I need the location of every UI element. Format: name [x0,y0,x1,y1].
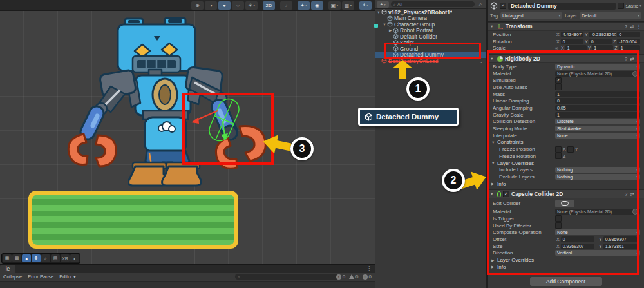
grid-tool-icon[interactable]: ▦ [3,254,12,262]
hierarchy-search-input[interactable]: ⌕ All [391,1,475,7]
static-toggle[interactable]: Static ▾ [618,3,641,9]
counter-value: 0 [355,274,358,280]
foldout-arrow-icon[interactable]: ▶ [388,28,393,32]
presets-icon[interactable]: ⇄ [630,24,634,30]
console-info-counter[interactable]: !0 [336,274,345,280]
component-title: Transform [506,23,623,30]
render-mode-icon[interactable]: ⊕ [191,1,204,10]
inspector-header: ✓ Detached Dummy Static ▾ Tag Untagged ▾… [488,0,644,22]
step-3-badge: 3 [290,137,314,160]
annotation-box-inspector [487,50,639,275]
static-checkbox[interactable] [618,3,624,9]
xr-tool-button[interactable]: XR [61,254,70,262]
tag-dropdown[interactable]: Untagged ▾ [500,12,562,19]
scene-lighting-icon-glyph: ☀ [248,3,252,8]
input-rotation-z[interactable]: -155.604 [617,39,640,44]
static-label: Static [625,3,638,9]
component-header-transform[interactable]: ▼Transform?⇄⋮ [488,22,644,31]
console-warning-counter[interactable]: 0 [349,274,358,280]
input-rotation-x[interactable]: 0 [561,39,583,44]
gameobject-name-field[interactable]: Detached Dummy [508,3,616,10]
property-label: Position [493,32,555,37]
foldout-arrow-icon[interactable]: ▼ [382,23,387,26]
error-icon: ! [363,274,368,280]
chevron-down-icon: ▾ [638,14,639,17]
console-counters: !00!0 [336,273,372,281]
globe-tool-icon[interactable]: ◐ [70,254,79,262]
hierarchy-toolbar: + ▾ ⌕ All ⌕ [375,0,486,9]
grid-settings-icon-glyph: ▦ [345,3,350,8]
grid-settings-icon[interactable]: ▦▾ [342,1,354,10]
scene-overlay-toolbar: ▦▩●✥⌕▤XR◐ [1,253,80,264]
zoom-tool-icon[interactable]: ⌕ [41,254,50,262]
create-object-button[interactable]: + ▾ [377,1,389,8]
input-rotation-y[interactable]: 0 [589,39,612,44]
kebab-menu-icon[interactable]: ⋮ [366,265,372,271]
active-checkbox[interactable]: ✓ [500,3,506,9]
scene-lighting-icon[interactable]: ☀▾ [245,1,258,10]
search-filter-icon[interactable]: ⌕ [477,1,484,8]
input-value: -0.2892824 [591,32,614,37]
chevron-down-icon: ▾ [639,4,641,8]
console-error-counter[interactable]: !0 [363,274,372,280]
2d-mode-button[interactable]: 2D [263,1,275,10]
input-value: 0 [591,39,594,44]
foldout-arrow-icon[interactable]: ▼ [376,10,381,14]
fx-toggle-icon[interactable]: ○ [232,1,244,10]
hierarchy-item-robot-portrait[interactable]: ▶Robot Portrait [375,28,486,34]
audio-mute-icon[interactable]: ♪ [280,1,292,10]
info-icon: ! [336,274,341,280]
kebab-menu-icon[interactable]: ⋮ [637,24,642,30]
hierarchy-item-dontdestroyonload[interactable]: DontDestroyOnLoad⋮ [375,58,486,64]
effects-icon-glyph: ✦ [300,3,305,8]
scene-view-toolbar: ⊕◑●○☀▾2D♪✦▾◉▣▾▦▾⌖▾ [0,0,375,11]
lighting-toggle-icon[interactable]: ◑ [205,1,217,10]
annotation-box-hierarchy [384,43,481,59]
orbit-tool-icon[interactable]: ● [22,254,31,262]
render-mode-icon-glyph: ⊕ [195,3,200,8]
console-tab[interactable]: le [0,265,15,273]
audio-mute-icon-glyph: ♪ [285,3,288,8]
pan-tool-icon[interactable]: ✥ [32,254,41,262]
help-icon[interactable]: ? [625,24,627,30]
hierarchy-item-main-camera[interactable]: Main Camera [375,15,486,22]
axis-group-y: Y0 [583,39,612,44]
effects-icon[interactable]: ✦▾ [298,1,310,10]
foldout-arrow-icon[interactable]: ▼ [490,24,495,28]
tag-value: Untagged [502,13,524,19]
console-button-editor[interactable]: Editor ▾ [59,274,75,280]
unity-scene-icon [381,9,387,15]
item-label: Default Collider [400,34,437,40]
console-button-error-pause[interactable]: Error Pause [28,274,53,280]
axis-group-x: X4.434807 [555,32,583,37]
property-field-area: X0Y0Z-155.604 [555,39,640,44]
console-button-collapse[interactable]: Collapse [3,274,22,280]
item-label: v162_Physics2DRobot1* [388,9,452,15]
layer-value: Default [582,13,597,19]
callout-label: Detached Dummy [376,113,439,120]
hierarchy-item-default-collider[interactable]: Default Collider [375,34,486,40]
chevron-down-icon: ▾ [336,3,338,7]
layer-dropdown[interactable]: Default ▾ [580,12,641,19]
input-position-z[interactable]: 0 [617,32,640,37]
property-row-position: PositionX4.434807Y-0.2892824Z0 [488,31,644,38]
axis-label: Z [613,39,616,44]
scene-visibility-toggle[interactable] [374,24,378,28]
hierarchy-item-v162-physics2drobot1[interactable]: ▼v162_Physics2DRobot1*⋮ [375,9,486,15]
layers-tool-icon[interactable]: ▤ [51,254,60,262]
hierarchy-item-character-group[interactable]: ▼Character Group [375,21,486,28]
gizmos-icon[interactable]: ⌖▾ [359,1,372,10]
skybox-toggle-icon[interactable]: ● [218,1,231,10]
console-search-input[interactable]: ⌕ [235,274,339,280]
detached-dummy-callout: Detached Dummy [358,108,459,126]
input-value: 0 [619,32,621,37]
scene-visibility-icon[interactable]: ◉ [311,1,323,10]
property-label: Rotation [493,39,555,44]
kebab-menu-icon[interactable]: ⋮ [478,58,485,64]
camera-preview-icon[interactable]: ▣▾ [328,1,341,10]
axis-group-y: Y-0.2892824 [583,32,612,37]
kebab-menu-icon[interactable]: ⋮ [478,9,485,15]
add-component-button[interactable]: Add Component [530,277,602,286]
input-position-x[interactable]: 4.434807 [561,32,583,37]
tilemap-tool-icon[interactable]: ▩ [12,254,21,262]
